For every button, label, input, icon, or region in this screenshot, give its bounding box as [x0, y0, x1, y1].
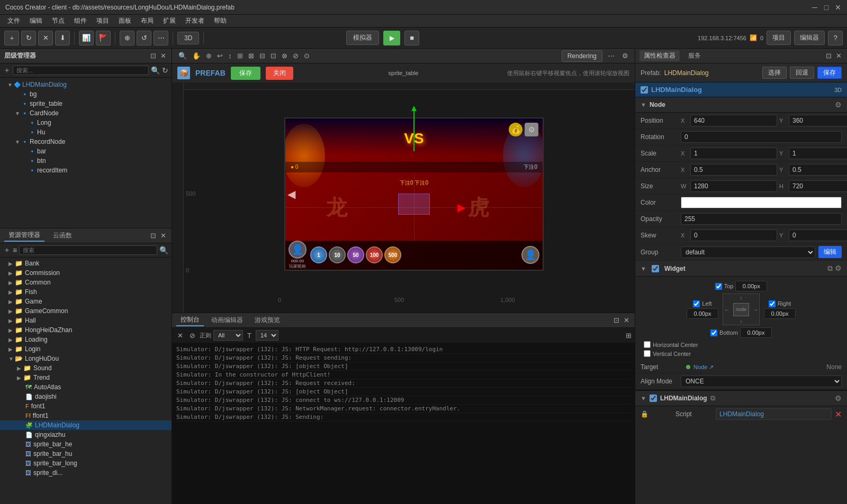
- scene-tool6[interactable]: ⊞: [235, 51, 245, 61]
- prefab-close-button[interactable]: 关闭: [266, 67, 293, 80]
- asset-manager-tab[interactable]: 资源管理器: [4, 230, 44, 242]
- rotate-button[interactable]: ↺: [137, 31, 151, 45]
- node-section-gear[interactable]: ⚙: [835, 100, 842, 109]
- bottom-checkbox[interactable]: [710, 329, 717, 336]
- top-value-input[interactable]: [735, 281, 767, 291]
- console-tab-main[interactable]: 控制台: [176, 314, 204, 326]
- scene-zoom-tool[interactable]: 🔍: [176, 51, 189, 61]
- asset-sort-btn[interactable]: ≡: [13, 246, 17, 254]
- right-checkbox-label[interactable]: Right: [769, 300, 791, 307]
- chip-100[interactable]: 100: [366, 246, 383, 263]
- delete-button[interactable]: ✕: [38, 31, 53, 45]
- scene-settings[interactable]: ⚙: [620, 51, 630, 61]
- right-value-input[interactable]: [764, 308, 796, 319]
- skew-x-input[interactable]: 0: [690, 230, 777, 241]
- minimize-button[interactable]: ─: [811, 4, 818, 11]
- inspector-tab-properties[interactable]: 属性检查器: [639, 50, 680, 61]
- close-button[interactable]: ✕: [834, 4, 842, 11]
- asset-autoatlas[interactable]: 🗺 AutoAtlas: [0, 382, 172, 392]
- asset-sprite-bar-he[interactable]: 🖼 sprite_bar_he: [0, 439, 172, 449]
- node-section-header[interactable]: ▼ Node ⚙: [635, 97, 847, 113]
- refresh-button[interactable]: ↻: [21, 31, 36, 45]
- more-tools[interactable]: ⋯: [154, 31, 168, 45]
- menu-node[interactable]: 节点: [48, 15, 69, 26]
- anchor-y-input[interactable]: 0.5: [789, 164, 847, 176]
- inspector-expand-icon[interactable]: ⊡: [825, 51, 833, 61]
- rendering-button[interactable]: Rendering: [562, 50, 602, 62]
- tree-item-cardnode[interactable]: ▼ 🔹 CardNode: [0, 108, 172, 118]
- flag-button[interactable]: 🚩: [96, 31, 111, 45]
- maximize-button[interactable]: □: [823, 4, 830, 11]
- move-button[interactable]: ⊕: [120, 31, 134, 45]
- select-button[interactable]: 选择: [762, 67, 787, 79]
- chart-button[interactable]: 📊: [79, 31, 94, 45]
- node-name-input[interactable]: [651, 86, 831, 94]
- console-fullscreen-btn[interactable]: ⊞: [626, 332, 632, 340]
- tree-item-hu[interactable]: 🔹 Hu: [0, 127, 172, 137]
- menu-developer[interactable]: 开发者: [181, 15, 209, 26]
- h-center-label[interactable]: Horizontal Center: [644, 341, 839, 348]
- menu-file[interactable]: 文件: [3, 15, 24, 26]
- chip-500[interactable]: 500: [384, 246, 401, 263]
- asset-add-btn[interactable]: ＋: [3, 245, 11, 255]
- hierarchy-search[interactable]: [13, 66, 149, 75]
- scene-tool3[interactable]: ⊕: [204, 51, 214, 61]
- scene-tool11[interactable]: ⊘: [291, 51, 301, 61]
- 3d-mode-button[interactable]: 3D: [177, 32, 199, 44]
- align-mode-select[interactable]: ONCE ALWAYS: [681, 375, 842, 387]
- play-button[interactable]: ▶: [383, 31, 400, 45]
- left-checkbox[interactable]: [693, 300, 700, 307]
- widget-gear-icon[interactable]: ⚙: [835, 264, 842, 273]
- menu-layout[interactable]: 布局: [137, 15, 158, 26]
- cloud-functions-tab[interactable]: 云函数: [49, 230, 76, 241]
- scene-tool5[interactable]: ↕: [226, 51, 234, 61]
- v-center-checkbox[interactable]: [644, 350, 651, 357]
- console-font-btn[interactable]: T: [245, 331, 254, 341]
- tree-item-recordnode[interactable]: ▼ 🔹 RecordNode: [0, 137, 172, 146]
- tree-item-btn[interactable]: 🔹 btn: [0, 156, 172, 166]
- hierarchy-search-icon[interactable]: 🔍: [151, 66, 160, 75]
- stop-button[interactable]: ■: [404, 31, 419, 45]
- chip-50[interactable]: 50: [347, 246, 364, 263]
- scale-y-input[interactable]: 1: [789, 148, 847, 159]
- menu-component[interactable]: 组件: [70, 15, 91, 26]
- asset-sprite-bar-hu[interactable]: 🖼 sprite_bar_hu: [0, 449, 172, 459]
- widget-copy-icon[interactable]: ⧉: [827, 264, 833, 273]
- log-level-select[interactable]: All Info Warn Error: [213, 330, 243, 341]
- menu-help[interactable]: 帮助: [210, 15, 231, 26]
- inspector-close-icon[interactable]: ✕: [835, 51, 843, 61]
- comp-enabled-checkbox[interactable]: [650, 395, 657, 402]
- script-input[interactable]: LHDMainDialog: [716, 408, 832, 420]
- position-y-input[interactable]: 360: [789, 115, 847, 126]
- asset-fish[interactable]: ▶ 📁 Fish: [0, 287, 172, 297]
- asset-expand-icon[interactable]: ⊡: [149, 231, 157, 241]
- asset-hongheida[interactable]: ▶ 📁 HongHeiDaZhan: [0, 325, 172, 335]
- asset-bank[interactable]: ▶ 📁 Bank: [0, 259, 172, 268]
- simulator-button[interactable]: 模拟器: [346, 31, 379, 45]
- asset-ffont1[interactable]: Ff ffont1: [0, 411, 172, 420]
- widget-enabled-checkbox[interactable]: [652, 265, 659, 272]
- import-button[interactable]: ⬇: [55, 31, 70, 45]
- menu-panel[interactable]: 面板: [114, 15, 136, 26]
- widget-section-header[interactable]: ▼ Widget ⧉ ⚙: [635, 261, 847, 277]
- hierarchy-expand-icon[interactable]: ⊡: [149, 51, 157, 61]
- inspector-tab-service[interactable]: 服务: [684, 50, 705, 61]
- hierarchy-add-btn[interactable]: ＋: [3, 66, 11, 75]
- scene-more[interactable]: ⋯: [606, 51, 617, 61]
- tree-item-long[interactable]: 🔹 Long: [0, 118, 172, 127]
- tree-item-lhdmaindialog[interactable]: ▼ 🔷 LHDMainDialog: [0, 80, 172, 89]
- skew-y-input[interactable]: 0: [789, 230, 847, 241]
- opacity-input[interactable]: 255: [681, 213, 842, 225]
- tree-item-bar[interactable]: 🔹 bar: [0, 146, 172, 156]
- asset-loading[interactable]: ▶ 📁 Loading: [0, 335, 172, 344]
- console-tab-preview[interactable]: 游戏预览: [250, 315, 284, 326]
- right-checkbox[interactable]: [769, 300, 776, 307]
- asset-game[interactable]: ▶ 📁 Game: [0, 297, 172, 306]
- menu-extend[interactable]: 扩展: [159, 15, 180, 26]
- asset-longhudou[interactable]: ▼ 📂 LongHuDou: [0, 354, 172, 363]
- chip-10[interactable]: 10: [329, 246, 346, 263]
- asset-gamecommon[interactable]: ▶ 📁 GameCommon: [0, 306, 172, 316]
- size-w-input[interactable]: 1280: [690, 180, 777, 192]
- node-link[interactable]: Node ↗: [693, 364, 714, 371]
- menu-project[interactable]: 项目: [92, 15, 113, 26]
